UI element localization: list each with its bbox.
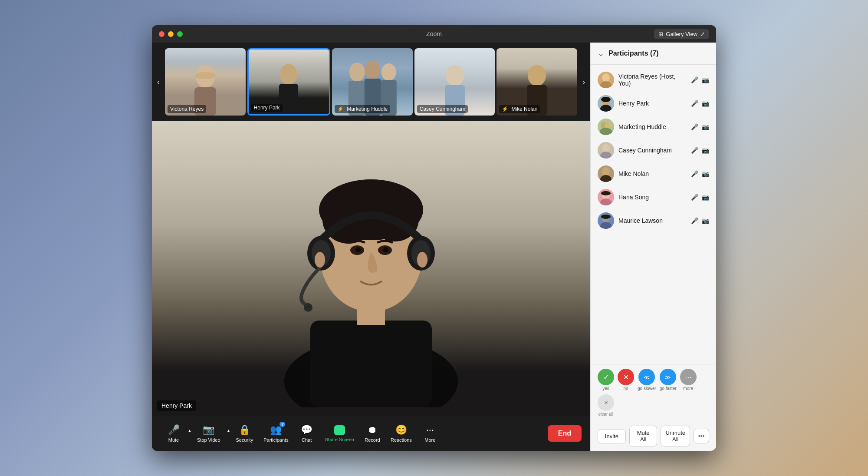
mute-control: 🎤 Mute ▲ <box>161 424 192 443</box>
panel-title: Participants (7) <box>608 50 709 57</box>
more-button[interactable]: ··· More <box>417 424 443 443</box>
participants-badge: 👥 7 <box>270 424 282 436</box>
thumbnail-casey[interactable]: Casey Cunningham <box>414 48 495 116</box>
participant-row-maurice[interactable]: Maurice Lawson 🎤 📷 <box>591 209 716 232</box>
avatar-henry <box>598 95 614 112</box>
svg-point-30 <box>383 247 388 252</box>
invite-button[interactable]: Invite <box>598 429 626 443</box>
strip-next-button[interactable]: › <box>577 77 590 87</box>
mike-name: Mike Nolan <box>618 170 687 177</box>
camera-icon: 📷 <box>203 424 214 436</box>
participants-button[interactable]: 👥 7 Participants <box>258 424 293 443</box>
close-button[interactable] <box>159 31 164 37</box>
unmute-all-button[interactable]: Unmute All <box>661 426 690 446</box>
hana-controls: 🎤 📷 <box>691 194 709 201</box>
chat-button[interactable]: 💬 Chat <box>294 424 320 443</box>
reaction-slower-circle: ≪ <box>638 369 655 385</box>
hana-avatar-img <box>598 189 614 205</box>
svg-point-7 <box>365 60 380 79</box>
share-screen-button[interactable]: ⬆ Share Screen <box>320 425 359 442</box>
reaction-faster-button[interactable]: ≫ go faster <box>660 369 677 391</box>
maurice-mic-icon: 🎤 <box>691 217 698 224</box>
participant-row-hana[interactable]: Hana Song 🎤 📷 <box>591 185 716 209</box>
reaction-more-button[interactable]: ⋯ more <box>680 369 697 391</box>
reaction-no-button[interactable]: ✕ no <box>618 369 634 391</box>
participant-row-mike[interactable]: Mike Nolan 🎤 📷 <box>591 162 716 185</box>
security-button[interactable]: 🔒 Security <box>230 424 258 443</box>
reaction-clear-button[interactable]: ✕ clear all <box>598 394 614 416</box>
marketing-name: Marketing Huddle <box>618 123 687 130</box>
main-content: ‹ Victoria Reyes <box>152 43 716 451</box>
stop-video-button[interactable]: 📷 Stop Video <box>192 424 226 443</box>
svg-point-26 <box>304 303 312 312</box>
reactions-bar: ✓ yes ✕ no ≪ go slower ≫ go faster ⋯ m <box>591 364 716 421</box>
casey-avatar-img <box>598 142 614 159</box>
marketing-avatar-img <box>598 119 614 135</box>
minimize-button[interactable] <box>168 31 174 37</box>
expand-icon: ⤢ <box>700 31 705 37</box>
svg-point-48 <box>602 167 610 176</box>
share-screen-icon: ⬆ <box>334 425 345 435</box>
video-arrow-icon[interactable]: ▲ <box>227 428 231 433</box>
mute-all-button[interactable]: Mute All <box>629 426 658 446</box>
victoria-avatar-img <box>598 72 614 88</box>
henry-park-video <box>241 155 501 407</box>
mike-label: ⚡ Mike Nolan <box>499 105 540 113</box>
gallery-view-button[interactable]: ⊞ Gallery View ⤢ <box>654 29 709 39</box>
participant-row-victoria[interactable]: Victoria Reyes (Host, You) 🎤 📷 <box>591 68 716 92</box>
mute-arrow-icon[interactable]: ▲ <box>187 428 192 433</box>
strip-prev-button[interactable]: ‹ <box>152 77 165 87</box>
chat-icon: 💬 <box>301 424 312 436</box>
end-button[interactable]: End <box>548 425 582 442</box>
participant-row-henry[interactable]: Henry Park 🎤 📷 <box>591 92 716 115</box>
svg-point-45 <box>602 144 610 152</box>
gallery-icon: ⊞ <box>658 31 663 37</box>
participant-row-casey[interactable]: Casey Cunningham 🎤 📷 <box>591 139 716 162</box>
chevron-right-icon: › <box>582 77 585 87</box>
chevron-left-icon: ‹ <box>157 77 160 87</box>
more-actions-button[interactable]: ••• <box>694 429 709 443</box>
svg-point-31 <box>315 252 325 268</box>
thumbnail-victoria[interactable]: Victoria Reyes <box>165 48 246 116</box>
reaction-yes-button[interactable]: ✓ yes <box>598 369 614 391</box>
svg-point-56 <box>601 215 611 219</box>
security-icon: 🔒 <box>239 424 250 436</box>
reactions-button[interactable]: 😊 Reactions <box>385 424 417 443</box>
henry-cam-icon: 📷 <box>702 100 709 107</box>
svg-point-2 <box>195 72 216 79</box>
hana-name: Hana Song <box>618 194 687 201</box>
mute-button[interactable]: 🎤 Mute <box>161 424 187 443</box>
record-button[interactable]: ⏺ Record <box>359 424 385 443</box>
panel-actions: Invite Mute All Unmute All ••• <box>591 421 716 451</box>
svg-point-52 <box>601 191 611 195</box>
participant-row-marketing[interactable]: Marketing Huddle 🎤 📷 <box>591 115 716 139</box>
hana-cam-icon: 📷 <box>702 194 709 201</box>
traffic-lights <box>159 31 183 37</box>
panel-collapse-button[interactable]: ⌄ <box>598 49 604 58</box>
henry-mic-icon: 🎤 <box>691 100 698 107</box>
video-area: ‹ Victoria Reyes <box>152 43 590 451</box>
maurice-name: Maurice Lawson <box>618 217 687 224</box>
fullscreen-button[interactable] <box>177 31 183 37</box>
henry-controls: 🎤 📷 <box>691 100 709 107</box>
participants-list: Victoria Reyes (Host, You) 🎤 📷 <box>591 65 716 364</box>
casey-mic-icon: 🎤 <box>691 147 698 154</box>
thumbnail-marketing[interactable]: ⚡ Marketing Huddle <box>332 48 413 116</box>
panel-header: ⌄ Participants (7) <box>591 43 716 65</box>
title-bar: Zoom ⊞ Gallery View ⤢ <box>152 25 716 43</box>
toolbar: 🎤 Mute ▲ 📷 Stop Video ▲ 🔒 Securi <box>152 416 590 451</box>
mic-icon: 🎤 <box>168 424 180 436</box>
avatar-casey <box>598 142 614 159</box>
svg-point-11 <box>446 65 464 86</box>
main-video-view: Henry Park <box>152 121 590 416</box>
victoria-cam-icon: 📷 <box>702 76 709 83</box>
svg-point-38 <box>601 97 611 102</box>
thumbnail-henry[interactable]: Henry Park <box>247 48 331 116</box>
svg-point-32 <box>417 252 427 268</box>
main-speaker-label: Henry Park <box>157 400 196 411</box>
henry-name: Henry Park <box>618 100 687 107</box>
avatar-victoria <box>598 72 614 88</box>
svg-rect-16 <box>310 321 432 407</box>
thumbnail-mike[interactable]: ⚡ Mike Nolan <box>496 48 577 116</box>
reaction-slower-button[interactable]: ≪ go slower <box>638 369 656 391</box>
